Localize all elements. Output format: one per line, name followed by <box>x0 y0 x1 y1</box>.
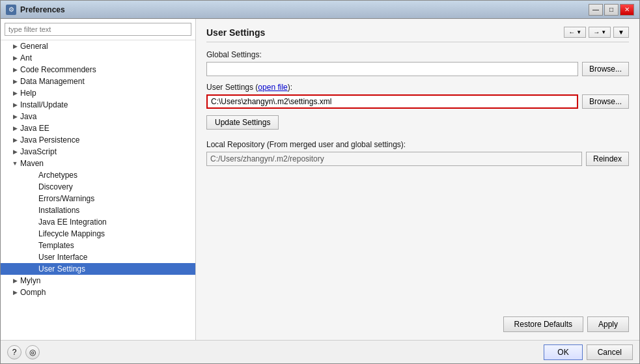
tree-label-general: General <box>20 42 48 51</box>
bottom-right-buttons: OK Cancel <box>544 344 633 360</box>
tree-item-install-update[interactable]: ▶Install/Update <box>1 99 195 111</box>
apply-button[interactable]: Apply <box>587 316 629 332</box>
tree-item-data-management[interactable]: ▶Data Management <box>1 76 195 87</box>
tree-item-java-ee-integration[interactable]: Java EE Integration <box>1 216 195 228</box>
tree-item-help[interactable]: ▶Help <box>1 87 195 99</box>
tree-label-java: Java <box>20 112 36 121</box>
tree-item-java-ee[interactable]: ▶Java EE <box>1 122 195 134</box>
local-repo-label: Local Repository (From merged user and g… <box>206 140 629 149</box>
bottom-left-icons: ? ◎ <box>7 345 40 359</box>
tree-item-lifecycle-mappings[interactable]: Lifecycle Mappings <box>1 228 195 240</box>
tree-item-discovery[interactable]: Discovery <box>1 181 195 193</box>
preferences-window: ⚙ Preferences — □ ✕ ▶General▶Ant▶Code Re… <box>0 0 640 364</box>
tree-item-java[interactable]: ▶Java <box>1 111 195 122</box>
tree-arrow-data-management: ▶ <box>11 77 19 85</box>
tree-item-maven[interactable]: ▼Maven <box>1 158 195 169</box>
panel-title-text: User Settings <box>206 27 265 38</box>
settings-icon-button[interactable]: ◎ <box>25 345 40 359</box>
tree-label-java-ee: Java EE <box>20 124 49 133</box>
tree-arrow-install-update: ▶ <box>11 101 19 109</box>
tree-label-archetypes: Archetypes <box>38 171 77 180</box>
tree-arrow-oomph: ▶ <box>11 288 19 296</box>
nav-forward-button[interactable]: → ▼ <box>589 27 611 38</box>
tree-item-user-interface[interactable]: User Interface <box>1 251 195 263</box>
tree-arrow-maven: ▼ <box>11 160 19 167</box>
global-settings-row: Browse... <box>206 62 629 76</box>
tree-item-code-recommenders[interactable]: ▶Code Recommenders <box>1 64 195 76</box>
tree-scroll[interactable]: ▶General▶Ant▶Code Recommenders▶Data Mana… <box>1 40 195 340</box>
right-panel: User Settings ← ▼ → ▼ ▼ Global Sett <box>196 19 639 340</box>
global-settings-input[interactable] <box>206 62 578 76</box>
tree-label-oomph: Oomph <box>20 288 46 297</box>
tree-item-ant[interactable]: ▶Ant <box>1 52 195 64</box>
tree-label-templates: Templates <box>38 241 74 250</box>
tree-label-maven: Maven <box>20 159 44 168</box>
nav-back-button[interactable]: ← ▼ <box>564 27 586 38</box>
tree-item-templates[interactable]: Templates <box>1 240 195 251</box>
window-icon: ⚙ <box>6 5 16 15</box>
tree-item-user-settings[interactable]: User Settings <box>1 263 195 275</box>
tree-wrapper: ▶General▶Ant▶Code Recommenders▶Data Mana… <box>1 40 195 340</box>
cancel-button[interactable]: Cancel <box>587 344 633 360</box>
tree-label-java-persistence: Java Persistence <box>20 135 79 145</box>
tree-item-oomph[interactable]: ▶Oomph <box>1 287 195 298</box>
tree-arrow-ant: ▶ <box>11 54 19 62</box>
right-panel-bottom-buttons: Restore Defaults Apply <box>206 316 629 332</box>
tree-label-java-ee-integration: Java EE Integration <box>38 217 107 227</box>
tree-item-archetypes[interactable]: Archetypes <box>1 169 195 181</box>
main-content: ▶General▶Ant▶Code Recommenders▶Data Mana… <box>1 19 639 340</box>
tree-label-ant: Ant <box>20 53 32 63</box>
tree-label-javascript: JavaScript <box>20 147 57 156</box>
user-settings-row: Browse... <box>206 94 629 109</box>
minimize-button[interactable]: — <box>589 4 603 16</box>
tree-label-mylyn: Mylyn <box>20 276 40 285</box>
tree-arrow-help: ▶ <box>11 89 19 97</box>
restore-defaults-button[interactable]: Restore Defaults <box>503 316 583 332</box>
tree-arrow-java-ee: ▶ <box>11 124 19 132</box>
global-browse-button[interactable]: Browse... <box>582 62 629 76</box>
nav-menu-button[interactable]: ▼ <box>613 27 629 38</box>
global-settings-label: Global Settings: <box>206 50 629 59</box>
help-button[interactable]: ? <box>7 345 21 359</box>
tree-arrow-mylyn: ▶ <box>11 277 19 285</box>
ok-button[interactable]: OK <box>544 344 582 360</box>
close-button[interactable]: ✕ <box>620 4 634 16</box>
tree-label-user-settings: User Settings <box>38 264 85 273</box>
user-settings-label: User Settings (open file): <box>206 83 629 92</box>
open-file-link[interactable]: open file <box>258 83 287 92</box>
tree-label-help: Help <box>20 89 36 98</box>
title-bar-controls: — □ ✕ <box>589 4 634 16</box>
tree-label-lifecycle-mappings: Lifecycle Mappings <box>38 229 105 238</box>
update-settings-button[interactable]: Update Settings <box>206 115 279 130</box>
maximize-button[interactable]: □ <box>604 4 619 16</box>
tree-arrow-java-persistence: ▶ <box>11 136 19 144</box>
tree-item-javascript[interactable]: ▶JavaScript <box>1 146 195 158</box>
local-repo-row: Reindex <box>206 152 629 166</box>
tree-label-install-update: Install/Update <box>20 100 68 109</box>
left-panel: ▶General▶Ant▶Code Recommenders▶Data Mana… <box>1 19 196 340</box>
tree-arrow-code-recommenders: ▶ <box>11 66 19 74</box>
user-settings-input[interactable] <box>206 94 578 109</box>
user-browse-button[interactable]: Browse... <box>582 94 629 109</box>
tree-label-discovery: Discovery <box>38 182 73 191</box>
tree-arrow-java: ▶ <box>11 113 19 120</box>
filter-input[interactable] <box>5 23 191 36</box>
local-repo-input <box>206 152 582 166</box>
tree-arrow-javascript: ▶ <box>11 148 19 156</box>
tree-item-mylyn[interactable]: ▶Mylyn <box>1 275 195 287</box>
tree-label-code-recommenders: Code Recommenders <box>20 65 96 74</box>
tree-label-user-interface: User Interface <box>38 253 87 262</box>
tree-arrow-general: ▶ <box>11 42 19 50</box>
tree-item-java-persistence[interactable]: ▶Java Persistence <box>1 134 195 146</box>
bottom-bar: ? ◎ OK Cancel <box>1 340 639 363</box>
tree-item-general[interactable]: ▶General <box>1 40 195 52</box>
tree-label-errors-warnings: Errors/Warnings <box>38 194 94 203</box>
filter-box <box>1 19 195 40</box>
panel-nav-icons: ← ▼ → ▼ ▼ <box>564 27 629 38</box>
tree-label-data-management: Data Management <box>20 77 85 86</box>
tree-item-installations[interactable]: Installations <box>1 204 195 216</box>
tree-label-installations: Installations <box>38 206 79 215</box>
panel-title-bar: User Settings ← ▼ → ▼ ▼ <box>206 27 629 42</box>
reindex-button[interactable]: Reindex <box>586 152 629 166</box>
tree-item-errors-warnings[interactable]: Errors/Warnings <box>1 193 195 204</box>
